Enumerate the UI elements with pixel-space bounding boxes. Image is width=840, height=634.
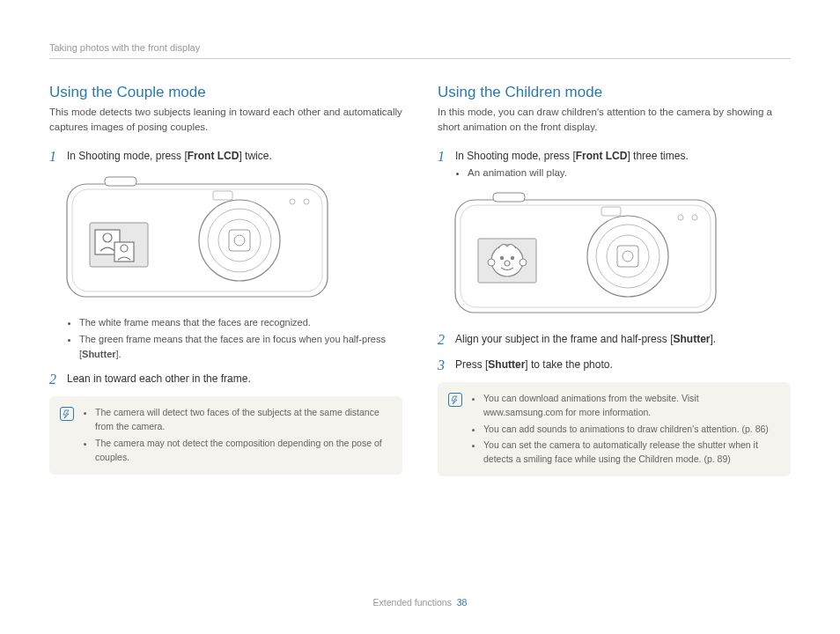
note-icon <box>448 393 462 407</box>
step-text: Lean in toward each other in the frame. <box>67 371 402 387</box>
step-number: 1 <box>49 148 60 165</box>
svg-point-30 <box>511 256 514 260</box>
list-item: An animation will play. <box>468 166 791 181</box>
couple-note-box: The camera will detect two faces of the … <box>49 396 402 475</box>
right-column: Using the Children mode In this mode, yo… <box>438 84 791 476</box>
list-item: The camera will detect two faces of the … <box>95 405 392 434</box>
step-sub-bullet: An animation will play. <box>455 166 791 181</box>
step-number: 2 <box>49 371 60 387</box>
step-number: 2 <box>438 331 448 348</box>
couple-mode-title: Using the Couple mode <box>49 84 402 101</box>
couple-step1-bullets: The white frame means that the faces are… <box>65 315 402 362</box>
children-step-2: 2 Align your subject in the frame and ha… <box>438 331 791 348</box>
note-icon <box>60 407 74 421</box>
note-list: The camera will detect two faces of the … <box>83 405 392 466</box>
list-item: The camera may not detect the compositio… <box>95 436 392 465</box>
couple-camera-illustration <box>65 173 402 305</box>
children-mode-title: Using the Children mode <box>438 84 791 101</box>
step-number: 3 <box>438 357 448 373</box>
couple-step-2: 2 Lean in toward each other in the frame… <box>49 371 402 387</box>
svg-rect-2 <box>105 177 136 186</box>
list-item: You can add sounds to animations to draw… <box>483 422 780 436</box>
children-step-3: 3 Press [Shutter] to take the photo. <box>438 357 791 373</box>
step-text: In Shooting mode, press [Front LCD] twic… <box>67 148 402 165</box>
list-item: The green frame means that the faces are… <box>79 332 402 362</box>
step-text: In Shooting mode, press [Front LCD] thre… <box>455 148 791 181</box>
children-mode-intro: In this mode, you can draw children's at… <box>438 105 791 136</box>
svg-point-19 <box>587 216 668 297</box>
footer-section: Extended functions <box>373 597 452 608</box>
step-number: 1 <box>438 148 448 181</box>
list-item: You can set the camera to automatically … <box>483 438 780 467</box>
page-header: Taking photos with the front display <box>49 42 791 59</box>
couple-mode-intro: This mode detects two subjects leaning i… <box>49 105 402 136</box>
children-note-box: You can download animations from the web… <box>438 382 791 476</box>
list-item: The white frame means that the faces are… <box>79 315 402 330</box>
breadcrumb: Taking photos with the front display <box>49 42 200 53</box>
page-number: 38 <box>457 597 468 608</box>
svg-rect-18 <box>493 193 525 202</box>
content-columns: Using the Couple mode This mode detects … <box>49 84 791 476</box>
list-item: You can download animations from the web… <box>483 391 780 420</box>
svg-point-32 <box>488 259 495 266</box>
note-list: You can download animations from the web… <box>471 391 780 468</box>
children-camera-illustration <box>453 189 791 321</box>
svg-point-3 <box>199 200 280 281</box>
left-column: Using the Couple mode This mode detects … <box>49 84 402 476</box>
couple-step-1: 1 In Shooting mode, press [Front LCD] tw… <box>49 148 402 165</box>
svg-point-29 <box>500 256 504 260</box>
children-step-1: 1 In Shooting mode, press [Front LCD] th… <box>438 148 791 181</box>
svg-point-33 <box>519 259 527 266</box>
step-text: Align your subject in the frame and half… <box>455 331 791 348</box>
page-footer: Extended functions 38 <box>0 597 840 608</box>
step-text: Press [Shutter] to take the photo. <box>455 357 791 373</box>
